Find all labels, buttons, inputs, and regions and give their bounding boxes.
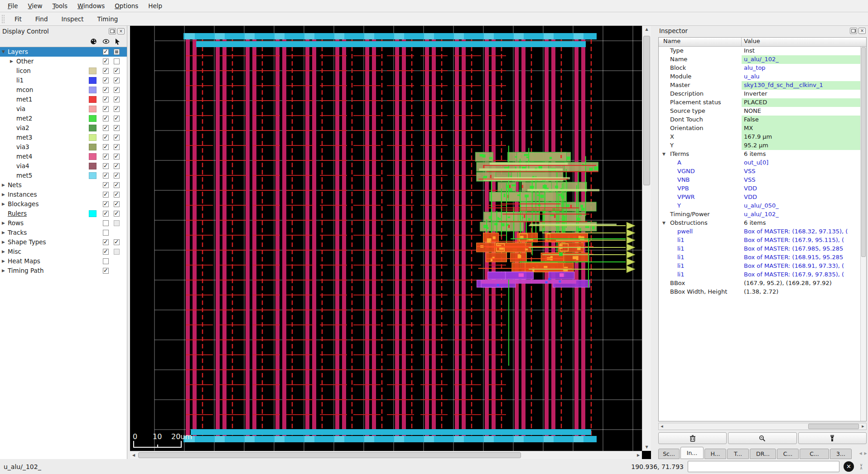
tab-sc-0[interactable]: Sc...: [658, 449, 680, 459]
selectable-checkbox[interactable]: [114, 97, 120, 102]
toolbar-drag-handle[interactable]: [1, 15, 5, 24]
selectable-checkbox[interactable]: [114, 106, 120, 112]
scrollbar-thumb[interactable]: [861, 47, 866, 257]
inspector-row-type[interactable]: TypeInst: [659, 47, 866, 55]
selectable-checkbox[interactable]: [114, 211, 120, 217]
close-icon[interactable]: ×: [117, 28, 125, 34]
inspector-row-module[interactable]: Moduleu_alu: [659, 73, 866, 81]
menu-tools[interactable]: Tools: [48, 1, 72, 11]
tab-in-1[interactable]: In...: [680, 447, 704, 459]
expand-icon[interactable]: ▶: [2, 221, 5, 225]
inspector-row-iterms[interactable]: ▼ITerms6 items: [659, 150, 866, 159]
scrollbar-thumb[interactable]: [643, 36, 650, 185]
expand-icon[interactable]: ▶: [2, 192, 5, 197]
inspector-row-vpb[interactable]: VPBVDD: [659, 184, 866, 193]
visibility-checkbox[interactable]: [103, 249, 109, 255]
inspector-row-description[interactable]: DescriptionInverter: [659, 90, 866, 98]
toolbar-button-timing[interactable]: Timing: [91, 14, 125, 24]
layer-row-met4[interactable]: met4: [0, 152, 127, 161]
layer-row-misc[interactable]: ▶Misc: [0, 247, 127, 256]
inspector-row-bbox[interactable]: BBox(167.9, 95.2), (169.28, 97.92): [659, 279, 866, 288]
collapse-icon[interactable]: ▼: [662, 152, 665, 156]
layout-vertical-scrollbar[interactable]: ▲ ▼: [642, 26, 651, 451]
inspector-row-li1[interactable]: li1Box of MASTER: (167.985, 95.285: [659, 245, 866, 253]
selectable-checkbox[interactable]: [114, 77, 120, 83]
inspector-row-block[interactable]: Blockalu_top: [659, 64, 866, 73]
layer-row-layers[interactable]: ▼Layers: [0, 47, 127, 57]
selectable-checkbox[interactable]: [114, 87, 120, 93]
visibility-checkbox[interactable]: [103, 97, 109, 102]
visibility-checkbox[interactable]: [103, 201, 109, 207]
selectable-checkbox[interactable]: [114, 173, 120, 179]
selectable-checkbox[interactable]: [114, 135, 120, 140]
layer-row-met3[interactable]: met3: [0, 133, 127, 142]
visibility-checkbox[interactable]: [103, 87, 109, 93]
inspector-row-bbox-width-height[interactable]: BBox Width, Height(1.38, 2.72): [659, 288, 866, 296]
visibility-checkbox[interactable]: [103, 58, 109, 64]
inspector-row-pwell[interactable]: pwellBox of MASTER: (168.32, 97.135), (: [659, 227, 866, 236]
layer-row-licon[interactable]: licon: [0, 66, 127, 76]
close-icon[interactable]: ×: [858, 28, 866, 34]
visibility-checkbox[interactable]: [103, 230, 109, 236]
layer-row-via4[interactable]: via4: [0, 161, 127, 171]
layer-color-swatch[interactable]: [89, 96, 96, 103]
layout-canvas[interactable]: 01020um: [130, 26, 642, 451]
layer-row-rows[interactable]: ▶Rows: [0, 218, 127, 228]
layer-row-timing-path[interactable]: ▶Timing Path: [0, 266, 127, 276]
visibility-checkbox[interactable]: [103, 163, 109, 169]
selectable-checkbox[interactable]: [114, 249, 120, 255]
layer-color-swatch[interactable]: [89, 210, 96, 217]
scroll-right-icon[interactable]: ▶: [635, 451, 642, 459]
visibility-checkbox[interactable]: [103, 77, 109, 83]
layer-row-mcon[interactable]: mcon: [0, 85, 127, 95]
selectable-checkbox[interactable]: [114, 49, 120, 55]
selectable-checkbox[interactable]: [114, 68, 120, 74]
tab-scroll-right-icon[interactable]: ▶: [863, 449, 868, 459]
toolbar-button-inspect[interactable]: Inspect: [55, 14, 91, 24]
float-icon[interactable]: [850, 28, 857, 34]
inspector-row-timing-power[interactable]: Timing/Poweru_alu/_102_: [659, 210, 866, 219]
float-icon[interactable]: [109, 28, 116, 34]
selectable-checkbox[interactable]: [114, 239, 120, 245]
scrollbar-thumb[interactable]: [138, 452, 521, 458]
command-input[interactable]: [688, 461, 839, 472]
layer-row-via3[interactable]: via3: [0, 142, 127, 152]
selectable-checkbox[interactable]: [114, 163, 120, 169]
layer-color-swatch[interactable]: [89, 77, 96, 84]
selectable-checkbox[interactable]: [114, 192, 120, 198]
layer-color-swatch[interactable]: [89, 68, 96, 74]
inspector-row-li1[interactable]: li1Box of MASTER: (168.915, 95.285: [659, 253, 866, 262]
layer-color-swatch[interactable]: [89, 134, 96, 141]
selectable-checkbox[interactable]: [114, 58, 120, 64]
clear-input-button[interactable]: ✕: [844, 461, 854, 472]
layer-row-blockages[interactable]: ▶Blockages: [0, 199, 127, 209]
inspector-row-y[interactable]: Yu_alu/_050_: [659, 202, 866, 210]
menu-help[interactable]: Help: [143, 1, 167, 11]
scroll-left-icon[interactable]: ◀: [659, 423, 665, 430]
tab-c-6[interactable]: C...: [800, 449, 829, 459]
inspector-row-orientation[interactable]: OrientationMX: [659, 124, 866, 133]
inspector-row-vnb[interactable]: VNBVSS: [659, 176, 866, 184]
value-column-header[interactable]: Value: [742, 38, 760, 46]
layer-row-other[interactable]: ▶Other: [0, 57, 127, 66]
scrollbar-thumb[interactable]: [808, 424, 859, 429]
inspector-row-obstructions[interactable]: ▼Obstructions6 items: [659, 219, 866, 227]
menu-view[interactable]: View: [23, 1, 48, 11]
visibility-checkbox[interactable]: [103, 173, 109, 179]
menu-file[interactable]: File: [3, 1, 23, 11]
visibility-checkbox[interactable]: [103, 144, 109, 150]
expand-icon[interactable]: ▶: [2, 268, 5, 273]
visibility-checkbox[interactable]: [103, 154, 109, 160]
visibility-checkbox[interactable]: [103, 116, 109, 121]
inspector-row-name[interactable]: Nameu_alu/_102_: [659, 55, 866, 64]
visibility-checkbox[interactable]: [103, 220, 109, 226]
toolbar-button-find[interactable]: Find: [29, 14, 55, 24]
inspector-row-x[interactable]: X167.9 µm: [659, 133, 866, 141]
inspector-vertical-scrollbar[interactable]: [860, 47, 866, 421]
layer-color-swatch[interactable]: [89, 144, 96, 150]
selectable-checkbox[interactable]: [114, 154, 120, 160]
inspector-row-source-type[interactable]: Source typeNONE: [659, 107, 866, 116]
inspector-horizontal-scrollbar[interactable]: ◀ ▶: [658, 423, 867, 430]
visibility-checkbox[interactable]: [103, 135, 109, 140]
layer-row-shape-types[interactable]: ▶Shape Types: [0, 237, 127, 247]
